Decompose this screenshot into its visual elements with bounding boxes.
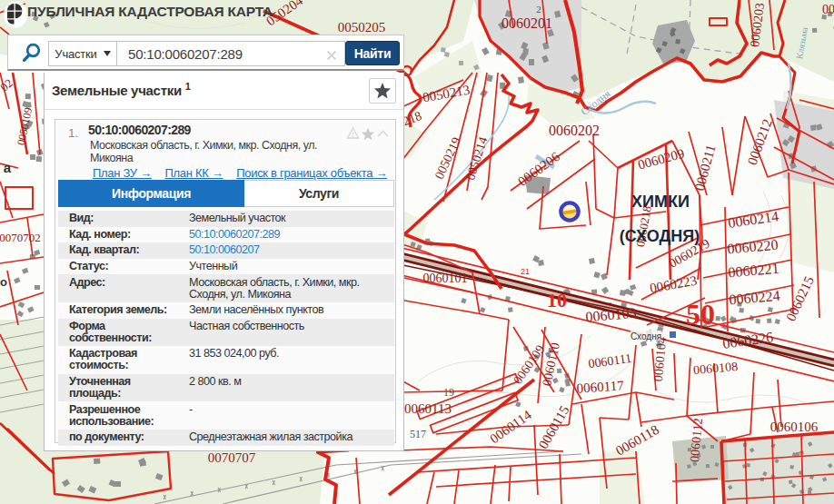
svg-text:0060202: 0060202 xyxy=(549,123,600,138)
svg-text:(СХОДНЯ): (СХОДНЯ) xyxy=(620,227,700,245)
svg-text:Сходня: Сходня xyxy=(630,331,661,341)
svg-text:ХИМКИ: ХИМКИ xyxy=(631,193,690,211)
svg-text:а: а xyxy=(4,160,12,175)
svg-text:0060101: 0060101 xyxy=(423,272,468,285)
svg-text:19: 19 xyxy=(443,386,454,399)
svg-text:о: о xyxy=(0,275,7,289)
svg-text:50: 50 xyxy=(686,298,715,331)
svg-text:0060113: 0060113 xyxy=(404,401,452,416)
svg-text:10: 10 xyxy=(547,289,567,311)
svg-text:21: 21 xyxy=(521,267,530,276)
svg-text:517: 517 xyxy=(410,428,426,440)
svg-text:0070702: 0070702 xyxy=(0,231,41,244)
svg-text:0060106: 0060106 xyxy=(770,420,819,434)
svg-text:0070707: 0070707 xyxy=(208,450,256,465)
